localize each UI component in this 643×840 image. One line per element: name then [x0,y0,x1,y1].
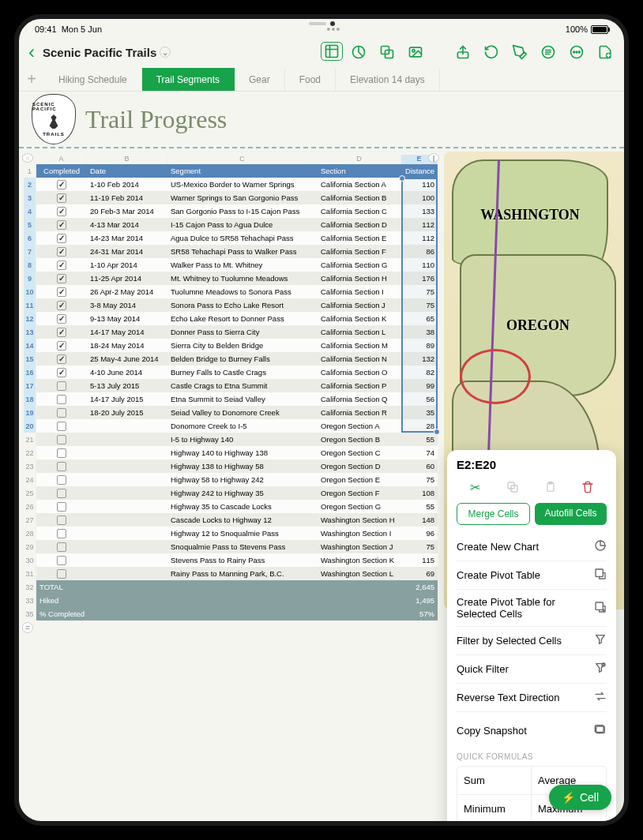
summary-cell[interactable] [87,607,167,621]
section-cell[interactable]: California Section K [318,312,401,325]
row-header[interactable]: 20 [24,419,36,433]
date-cell[interactable]: 14-17 May 2014 [87,325,167,339]
completed-cell[interactable] [36,433,87,446]
section-cell[interactable]: California Section H [318,272,401,285]
row-header[interactable]: 25 [24,486,36,500]
row-header[interactable]: 7 [24,245,36,258]
date-cell[interactable] [87,567,167,580]
completed-cell[interactable] [36,245,87,258]
summary-cell[interactable] [318,607,401,621]
date-cell[interactable]: 14-17 July 2015 [87,392,167,406]
checkbox[interactable] [57,462,66,471]
checkbox[interactable] [57,542,66,552]
checkbox[interactable] [57,422,66,431]
distance-cell[interactable]: 65 [401,312,438,325]
completed-cell[interactable] [36,339,87,352]
segment-cell[interactable]: Mt. Whitney to Tuolumne Meadows [167,272,318,285]
completed-cell[interactable] [36,419,87,433]
section-cell[interactable]: Oregon Section B [318,433,401,446]
date-cell[interactable]: 4-10 June 2014 [87,366,167,379]
summary-cell[interactable] [87,580,167,594]
insert-chart-icon[interactable] [346,42,371,62]
distance-cell[interactable]: 75 [401,285,438,298]
row-header[interactable]: 1 [24,164,36,178]
date-cell[interactable]: 1-10 Apr 2014 [87,258,167,272]
section-cell[interactable]: California Section F [318,245,401,258]
segment-cell[interactable]: Warner Springs to San Gorgonio Pass [167,191,318,204]
segment-cell[interactable]: Highway 138 to Highway 58 [167,459,318,473]
segment-cell[interactable]: Etna Summit to Seiad Valley [167,392,318,406]
row-header[interactable]: 28 [24,527,36,540]
row-header[interactable]: 14 [24,339,36,352]
section-cell[interactable]: Washington Section L [318,567,401,580]
checkbox[interactable] [57,448,66,458]
date-cell[interactable] [87,446,167,459]
date-cell[interactable]: 4-13 Mar 2014 [87,218,167,231]
segment-cell[interactable]: Agua Dulce to SR58 Tehachapi Pass [167,231,318,245]
summary-cell[interactable] [87,594,167,607]
checkbox[interactable] [57,556,66,565]
cut-icon[interactable]: ✂ [464,478,487,497]
checkbox[interactable] [57,193,66,203]
checkbox[interactable] [57,314,66,324]
completed-cell[interactable] [36,231,87,245]
segment-cell[interactable]: Highway 140 to Highway 138 [167,446,318,459]
segment-cell[interactable]: Cascade Locks to Highway 12 [167,513,318,527]
date-cell[interactable]: 20 Feb-3 Mar 2014 [87,204,167,218]
summary-value[interactable]: 2,645 [401,580,438,594]
summary-cell[interactable] [167,580,318,594]
segment-cell[interactable]: SR58 Tehachapi Pass to Walker Pass [167,245,318,258]
more-icon[interactable] [564,42,589,62]
popover-item[interactable]: Filter by Selected Cells [457,627,607,655]
completed-cell[interactable] [36,204,87,218]
row-header[interactable]: 19 [24,406,36,419]
section-cell[interactable]: Washington Section K [318,553,401,567]
summary-value[interactable]: 1,495 [401,594,438,607]
distance-cell[interactable]: 89 [401,339,438,352]
distance-cell[interactable]: 86 [401,245,438,258]
completed-cell[interactable] [36,218,87,231]
summary-cell[interactable] [318,580,401,594]
section-cell[interactable]: California Section A [318,178,401,191]
sheet-tab[interactable]: Elevation 14 days [336,68,440,91]
completed-cell[interactable] [36,352,87,366]
section-cell[interactable]: California Section M [318,339,401,352]
add-sheet-button[interactable]: + [19,68,44,91]
column-header[interactable]: C [167,155,318,164]
date-cell[interactable] [87,459,167,473]
quick-formula-button[interactable]: Sum [457,767,532,795]
row-header[interactable]: 32 [24,580,36,594]
completed-cell[interactable] [36,500,87,513]
completed-cell[interactable] [36,567,87,580]
row-header[interactable]: 16 [24,366,36,379]
row-header[interactable]: 31 [24,567,36,580]
distance-cell[interactable]: 148 [401,513,438,527]
row-header[interactable]: 24 [24,473,36,486]
segment-cell[interactable]: Donner Pass to Sierra City [167,325,318,339]
segment-cell[interactable]: Seiad Valley to Donomore Creek [167,406,318,419]
checkbox[interactable] [57,502,66,512]
checkbox[interactable] [57,529,66,538]
column-heading[interactable]: Date [87,164,167,178]
column-header[interactable]: B [87,155,167,164]
share-icon[interactable] [450,42,476,62]
segment-cell[interactable]: US-Mexico Border to Warner Springs [167,178,318,191]
section-cell[interactable]: Oregon Section D [318,459,401,473]
distance-cell[interactable]: 133 [401,204,438,218]
row-header[interactable]: 5 [24,218,36,231]
section-cell[interactable]: Oregon Section F [318,486,401,500]
section-cell[interactable]: California Section C [318,204,401,218]
checkbox[interactable] [57,489,66,498]
segment-cell[interactable]: Sierra City to Belden Bridge [167,339,318,352]
popover-item[interactable]: Create Pivot Table for Selected Cells [457,590,607,627]
delete-icon[interactable] [576,478,600,497]
section-cell[interactable]: California Section R [318,406,401,419]
distance-cell[interactable]: 115 [401,553,438,567]
column-heading[interactable]: Section [318,164,401,178]
segment-cell[interactable]: Walker Pass to Mt. Whitney [167,258,318,272]
distance-cell[interactable]: 110 [401,258,438,272]
date-cell[interactable] [87,553,167,567]
insert-media-icon[interactable] [403,42,428,62]
row-header[interactable]: 6 [24,231,36,245]
row-header[interactable]: 9 [24,272,36,285]
